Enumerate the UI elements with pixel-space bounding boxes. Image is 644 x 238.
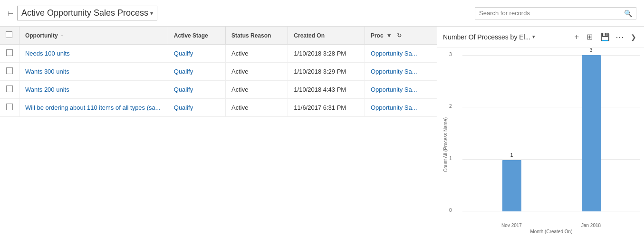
x-label-jan2018: Jan 2018: [577, 223, 606, 228]
chart-save-button[interactable]: 💾: [598, 31, 612, 42]
search-input[interactable]: [479, 10, 624, 17]
row-checkbox-1[interactable]: [6, 67, 13, 74]
process-link-1[interactable]: Opportunity Sa...: [371, 68, 431, 75]
opportunity-link-1[interactable]: Wants 300 units: [25, 68, 69, 75]
page-title: Active Opportunity Sales Process: [21, 8, 148, 18]
chart-title-area: Number Of Processes by El... ▾: [443, 33, 535, 41]
row-created-2: 1/10/2018 4:43 PM: [288, 81, 365, 99]
stage-link-2[interactable]: Qualify: [174, 86, 220, 93]
col-header-check: [0, 27, 19, 45]
chart-body: Count All (Process Name) 3 2 1: [437, 48, 644, 238]
bar-item-jan2018: 3: [582, 55, 601, 211]
chart-add-button[interactable]: +: [573, 32, 581, 42]
chart-more-button[interactable]: ⋯: [615, 32, 625, 42]
bar-item-nov2017: 1: [502, 160, 521, 211]
table-row: Wants 300 units Qualify Active 1/10/2018…: [0, 63, 437, 81]
opportunity-link-2[interactable]: Wants 200 units: [25, 86, 69, 93]
data-table: Opportunity ↑ Active Stage Status Reason…: [0, 27, 437, 117]
row-process-1: Opportunity Sa...: [365, 63, 437, 81]
x-axis: Nov 2017 Jan 2018: [462, 223, 640, 228]
row-checkbox-2[interactable]: [6, 86, 13, 92]
bar-nov2017: [502, 160, 521, 211]
row-process-0: Opportunity Sa...: [365, 45, 437, 63]
title-dropdown-icon[interactable]: ▾: [150, 10, 153, 17]
stage-link-1[interactable]: Qualify: [174, 68, 220, 75]
row-created-0: 1/10/2018 3:28 PM: [288, 45, 365, 63]
x-axis-title: Month (Created On): [462, 229, 640, 234]
row-check-0: [0, 45, 19, 63]
row-stage-2: Qualify: [168, 81, 225, 99]
chart-dropdown-icon[interactable]: ▾: [532, 34, 535, 40]
stage-link-3[interactable]: Qualify: [174, 104, 220, 111]
header-left: ⊢ Active Opportunity Sales Process ▾: [8, 6, 157, 20]
table-header-row: Opportunity ↑ Active Stage Status Reason…: [0, 27, 437, 45]
opportunity-link-3[interactable]: Will be ordering about 110 items of all …: [25, 104, 161, 111]
bar-value-3: 3: [590, 48, 593, 53]
y-axis-label: Count All (Process Name): [441, 55, 448, 234]
row-opportunity-2: Wants 200 units: [19, 81, 168, 99]
row-check-3: [0, 99, 19, 117]
row-process-2: Opportunity Sa...: [365, 81, 437, 99]
col-header-status-reason[interactable]: Status Reason: [225, 27, 288, 45]
row-status-1: Active: [225, 63, 288, 81]
pin-icon: ⊢: [8, 10, 13, 17]
chart-content: 3 2 1 0: [448, 55, 640, 234]
row-check-1: [0, 63, 19, 81]
main: Opportunity ↑ Active Stage Status Reason…: [0, 27, 644, 238]
row-check-2: [0, 81, 19, 99]
bar-value-1: 1: [510, 152, 513, 158]
row-created-1: 1/10/2018 3:29 PM: [288, 63, 365, 81]
table-body: Needs 100 units Qualify Active 1/10/2018…: [0, 45, 437, 117]
search-box: 🔍: [475, 7, 636, 19]
title-box: Active Opportunity Sales Process ▾: [17, 6, 157, 20]
chart-actions: + ⊞ 💾 ⋯ ❯: [573, 31, 638, 42]
bars-group: 1 3: [462, 55, 640, 211]
bars-area: 3 2 1 0: [448, 55, 640, 223]
chart-header: Number Of Processes by El... ▾ + ⊞ 💾 ⋯ ❯: [437, 27, 644, 48]
refresh-icon[interactable]: ↻: [397, 32, 402, 39]
process-link-0[interactable]: Opportunity Sa...: [371, 50, 431, 57]
chart-expand-button[interactable]: ❯: [629, 32, 638, 42]
table-row: Will be ordering about 110 items of all …: [0, 99, 437, 117]
row-status-2: Active: [225, 81, 288, 99]
col-header-process[interactable]: Proc ▼ ↻: [365, 27, 437, 45]
table-panel: Opportunity ↑ Active Stage Status Reason…: [0, 27, 437, 238]
stage-link-0[interactable]: Qualify: [174, 50, 220, 57]
header-checkbox[interactable]: [6, 31, 12, 38]
chart-title: Number Of Processes by El...: [443, 33, 530, 41]
row-stage-1: Qualify: [168, 63, 225, 81]
chart-panel: Number Of Processes by El... ▾ + ⊞ 💾 ⋯ ❯…: [437, 27, 644, 238]
header: ⊢ Active Opportunity Sales Process ▾ 🔍: [0, 0, 644, 27]
col-header-active-stage[interactable]: Active Stage: [168, 27, 225, 45]
process-link-3[interactable]: Opportunity Sa...: [371, 104, 431, 111]
filter-icon[interactable]: ▼: [386, 32, 392, 39]
col-header-opportunity[interactable]: Opportunity ↑: [19, 27, 168, 45]
row-checkbox-0[interactable]: [6, 49, 13, 56]
row-status-0: Active: [225, 45, 288, 63]
row-process-3: Opportunity Sa...: [365, 99, 437, 117]
opportunity-link-0[interactable]: Needs 100 units: [25, 50, 70, 57]
row-created-3: 11/6/2017 6:31 PM: [288, 99, 365, 117]
row-stage-3: Qualify: [168, 99, 225, 117]
table-row: Needs 100 units Qualify Active 1/10/2018…: [0, 45, 437, 63]
process-link-2[interactable]: Opportunity Sa...: [371, 86, 431, 93]
row-opportunity-3: Will be ordering about 110 items of all …: [19, 99, 168, 117]
table-row: Wants 200 units Qualify Active 1/10/2018…: [0, 81, 437, 99]
col-header-created-on[interactable]: Created On: [288, 27, 365, 45]
row-stage-0: Qualify: [168, 45, 225, 63]
chart-layout-button[interactable]: ⊞: [585, 31, 595, 42]
row-opportunity-0: Needs 100 units: [19, 45, 168, 63]
row-opportunity-1: Wants 300 units: [19, 63, 168, 81]
bar-jan2018: [582, 55, 601, 211]
sort-icon: ↑: [61, 33, 63, 38]
row-checkbox-3[interactable]: [6, 104, 13, 110]
x-label-nov2017: Nov 2017: [498, 223, 526, 228]
row-status-3: Active: [225, 99, 288, 117]
search-icon[interactable]: 🔍: [624, 10, 632, 17]
